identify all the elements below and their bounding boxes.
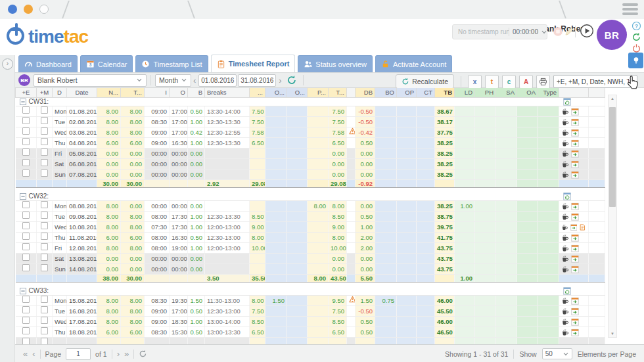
column-header-fill[interactable] bbox=[589, 88, 605, 98]
column-header-ce[interactable]: +E bbox=[16, 88, 37, 98]
collapse-group-icon[interactable] bbox=[20, 193, 26, 200]
timestamp-widget[interactable]: No timestamp run... 00:00:00 bbox=[452, 24, 547, 39]
menu-icon[interactable] bbox=[622, 3, 638, 17]
row-select-checkbox[interactable] bbox=[22, 233, 30, 240]
export-pdf-button[interactable]: A bbox=[519, 75, 533, 89]
table-row[interactable]: Fri12.08.20168.008.0008:0019:001.0012:00… bbox=[16, 243, 605, 254]
column-header-p[interactable]: P... bbox=[308, 88, 329, 98]
break-icon[interactable] bbox=[561, 318, 569, 326]
print-button[interactable] bbox=[536, 75, 550, 89]
collapse-group-icon[interactable] bbox=[20, 99, 26, 105]
export-row-icon[interactable] bbox=[571, 129, 579, 137]
export-row-icon[interactable] bbox=[571, 160, 579, 168]
column-header-b[interactable]: B bbox=[188, 88, 205, 98]
table-row[interactable]: Thu18.08.20166.006.0008:3015:300.5013:00… bbox=[16, 327, 605, 338]
table-row[interactable] bbox=[16, 338, 605, 345]
row-select-checkbox[interactable] bbox=[22, 264, 30, 271]
chevron-down-icon[interactable] bbox=[541, 30, 547, 34]
break-icon[interactable] bbox=[561, 265, 569, 273]
row-select-checkbox[interactable] bbox=[41, 148, 48, 156]
row-select-checkbox[interactable] bbox=[22, 296, 30, 303]
row-select-checkbox[interactable] bbox=[22, 138, 30, 145]
export-group-icon[interactable] bbox=[563, 287, 571, 295]
export-row-icon[interactable] bbox=[571, 213, 579, 221]
column-header-bo[interactable]: BO bbox=[375, 88, 397, 98]
row-select-checkbox[interactable] bbox=[41, 201, 48, 208]
export-row-icon[interactable] bbox=[571, 255, 579, 263]
next-period-button[interactable]: › bbox=[277, 74, 283, 87]
row-select-checkbox[interactable] bbox=[22, 148, 30, 156]
row-select-checkbox[interactable] bbox=[41, 317, 48, 324]
page-size-select[interactable]: 50 bbox=[542, 348, 572, 359]
table-row[interactable]: Sun14.08.20160.000.0000:0000:000.000.000… bbox=[16, 264, 605, 275]
export-group-icon[interactable] bbox=[563, 192, 571, 200]
row-select-checkbox[interactable] bbox=[22, 243, 30, 250]
table-row[interactable]: Wed03.08.20168.008.0009:0017:000.4212:30… bbox=[16, 127, 605, 138]
export-row-icon[interactable] bbox=[571, 318, 579, 326]
column-header-t[interactable]: T... bbox=[121, 88, 145, 98]
table-row[interactable]: Sat13.08.20160.000.0000:0000:000.000.000… bbox=[16, 254, 605, 264]
break-icon[interactable] bbox=[561, 118, 569, 126]
column-header-ct[interactable]: CT bbox=[417, 88, 435, 98]
column-header-date[interactable]: Date bbox=[67, 88, 97, 98]
row-select-checkbox[interactable] bbox=[41, 127, 48, 135]
break-icon[interactable] bbox=[561, 297, 569, 305]
edit-timestamp-icon[interactable] bbox=[564, 26, 574, 37]
table-row[interactable]: Mon08.08.20168.000.0000:0000:000.008.008… bbox=[16, 201, 605, 212]
export-txt-button[interactable]: t bbox=[485, 75, 499, 89]
row-select-checkbox[interactable] bbox=[41, 243, 48, 250]
column-header-ld[interactable]: LD bbox=[455, 88, 475, 98]
export-row-icon[interactable] bbox=[571, 150, 579, 158]
row-select-checkbox[interactable] bbox=[41, 338, 48, 344]
column-header-oa[interactable]: OA bbox=[517, 88, 538, 98]
row-select-checkbox[interactable] bbox=[41, 233, 48, 240]
column-header-db[interactable]: DB bbox=[356, 88, 375, 98]
export-row-icon[interactable] bbox=[571, 139, 579, 147]
expand-sidebar-button[interactable]: › bbox=[2, 58, 13, 70]
row-select-checkbox[interactable] bbox=[22, 106, 30, 114]
traffic-light-orange[interactable] bbox=[24, 5, 33, 14]
prev-page-button[interactable]: ‹ bbox=[32, 350, 35, 359]
row-select-checkbox[interactable] bbox=[22, 117, 30, 124]
table-row[interactable]: Tue02.08.20168.008.0008:3017:001.0012:30… bbox=[16, 117, 605, 127]
row-select-checkbox[interactable] bbox=[41, 296, 48, 303]
export-row-icon[interactable] bbox=[571, 307, 579, 315]
column-header-type[interactable]: Type bbox=[538, 88, 559, 98]
traffic-light-blue[interactable] bbox=[8, 5, 17, 14]
row-select-checkbox[interactable] bbox=[22, 159, 30, 166]
help-icon[interactable]: ? bbox=[632, 21, 641, 31]
user-select[interactable]: Blank Robert bbox=[34, 74, 147, 87]
scroll-down-arrow[interactable]: ▼ bbox=[609, 330, 616, 337]
tab-activate-account[interactable]: Activate Account bbox=[375, 55, 452, 72]
export-row-icon[interactable] bbox=[571, 171, 579, 179]
row-select-checkbox[interactable] bbox=[22, 127, 30, 135]
row-select-checkbox[interactable] bbox=[22, 222, 30, 229]
refresh-icon[interactable] bbox=[287, 75, 297, 85]
hints-button[interactable] bbox=[628, 53, 643, 68]
table-row[interactable]: Sat06.08.20160.000.0000:0000:000.000.000… bbox=[16, 159, 605, 170]
scroll-up-arrow[interactable]: ▲ bbox=[609, 95, 616, 102]
column-header-t2[interactable]: T... bbox=[329, 88, 347, 98]
table-row[interactable]: Wed17.08.20168.008.0009:0018:301.0013:00… bbox=[16, 317, 605, 327]
table-row[interactable]: Wed10.08.20168.008.0007:3017:301.0012:00… bbox=[16, 222, 605, 233]
break-icon[interactable] bbox=[561, 328, 569, 336]
break-icon[interactable] bbox=[561, 150, 569, 158]
first-page-button[interactable]: « bbox=[23, 350, 28, 359]
date-from-input[interactable]: 01.08.2016 bbox=[198, 74, 237, 87]
break-icon[interactable] bbox=[561, 202, 569, 210]
tab-status-overview[interactable]: Status overview bbox=[298, 55, 373, 72]
export-row-icon[interactable] bbox=[571, 234, 579, 242]
export-row-icon[interactable] bbox=[571, 118, 579, 126]
period-select[interactable]: Month bbox=[155, 74, 191, 87]
row-select-checkbox[interactable] bbox=[22, 212, 30, 219]
column-header-d[interactable]: D bbox=[53, 88, 67, 98]
vertical-scrollbar[interactable]: ▲ ▼ bbox=[608, 95, 617, 338]
start-timestamp-button[interactable] bbox=[580, 24, 594, 38]
table-row[interactable]: Tue16.08.20168.008.0009:0017:000.5012:30… bbox=[16, 306, 605, 317]
table-row[interactable]: Mon15.08.20168.008.0008:3019:301.5011:30… bbox=[16, 296, 605, 306]
row-select-checkbox[interactable] bbox=[22, 254, 30, 261]
row-select-checkbox[interactable] bbox=[41, 254, 48, 261]
table-row[interactable]: Fri05.08.20160.000.0000:0000:000.000.000… bbox=[16, 148, 605, 159]
column-header-cm[interactable]: +M bbox=[37, 88, 53, 98]
row-select-checkbox[interactable] bbox=[41, 170, 48, 177]
